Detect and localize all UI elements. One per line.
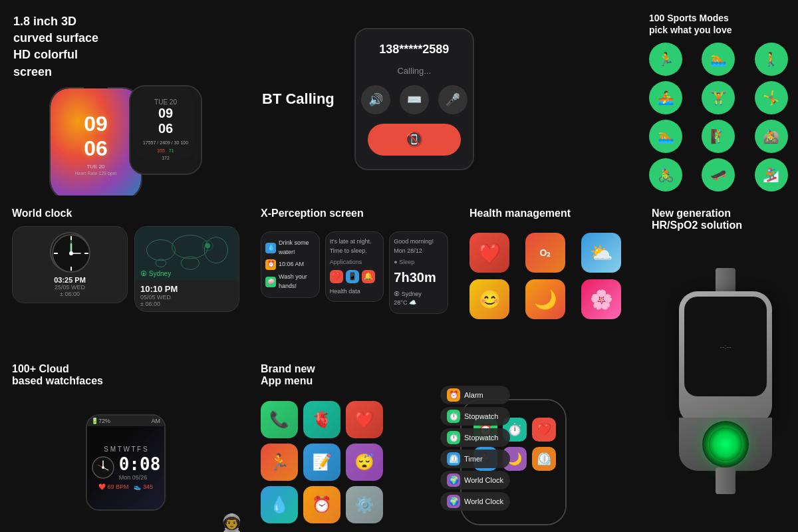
band-top (716, 268, 735, 295)
health-management-cell: Health management ❤️ O₂ ⛅ 😊 🌙 🌸 (460, 198, 640, 351)
time-large: 0:08 (119, 454, 161, 474)
worldclock-label2: World Clock (464, 497, 503, 505)
sport-gymnastics-icon: 🤸 (755, 81, 788, 114)
band-bottom (716, 467, 735, 494)
sensor-area (679, 418, 772, 471)
menu-timer: ⏲️ Timer (440, 450, 510, 468)
run-app-icon[interactable]: 🏃 (261, 444, 298, 481)
world-clock-utc2: ± 06:00 (140, 301, 233, 307)
hr-watch-image: --:-- (652, 238, 798, 531)
watchface-watch: 🔋72% AM S M T W T F S (86, 414, 166, 511)
xperception-cell: X-Perception screen 💧 Drink somewater! ⏰… (251, 198, 458, 351)
time-notification: 10:06 AM (279, 260, 304, 269)
hr-spo2-cell: New generation HR/SpO2 solution --:-- (642, 198, 798, 532)
steps-display: 👟 345 (134, 483, 153, 490)
digital-world-watch: ⦿ Sydney 10:10 PM 05/05 WED ± 06:00 (134, 226, 239, 312)
xperception-screen1: 💧 Drink somewater! ⏰ 10:06 AM 🧼 Wash you… (261, 231, 320, 298)
sport-swim2-icon: 🏊 (649, 120, 682, 153)
app-icon-3: 🔔 (362, 270, 375, 283)
hr-sensor-glow (709, 428, 742, 461)
period-display: AM (152, 418, 161, 424)
sleep-icon: 🌙 (525, 279, 565, 319)
bpm-display: ❤️ 69 BPM (98, 483, 129, 490)
world-clock-watches: 03:25 PM 25/05 WED ± 06:00 (12, 226, 239, 342)
timer-label: Timer (464, 455, 483, 463)
phone-app-icon[interactable]: 📞 (261, 401, 298, 438)
water-app-icon[interactable]: 💧 (261, 486, 298, 523)
wash-notification: Wash yourhands! (279, 273, 307, 291)
xperception-screen2: It's late at night.Time to sleep. Applic… (325, 231, 384, 302)
water-app-icon: 💧 (265, 243, 276, 253)
world-clock-cell: World clock (3, 198, 249, 351)
side-button2 (771, 338, 772, 351)
watchfaces-cell: 100+ Cloud based watchfaces 🔋72% AM S M … (3, 354, 249, 532)
stress-icon: 🌸 (581, 279, 621, 319)
worldclock-menu-icon2: 🌍 (447, 495, 460, 508)
app-menu-title: Brand new App menu (261, 363, 630, 387)
stopwatch-label2: Stopwatch (464, 434, 498, 442)
watchfaces-title: 100+ Cloud based watchfaces (12, 363, 239, 387)
mute-button[interactable]: 🎤 (438, 85, 467, 114)
good-morning: Good morning!Mon 28/12 (394, 237, 444, 255)
health-data-label: Health data (330, 287, 380, 297)
heart-app-icon[interactable]: ❤️ (346, 401, 383, 438)
world-clock-time1: 03:25 PM (54, 276, 86, 284)
alarm-app-icon[interactable]: ⏰ (303, 486, 340, 523)
world-clock-utc1: ± 06:00 (60, 291, 80, 297)
sports-icons-grid: 🏃 🏊 🚶 🚣 🏋️ 🤸 🏊 🧗 🚵 🚴 🛹 🏂 🤽 🤼 🧘 🤾 💪 ··· (649, 43, 798, 196)
svg-point-16 (205, 243, 210, 248)
battery-display: 🔋72% (91, 418, 110, 424)
analog-watch: 03:25 PM 25/05 WED ± 06:00 (12, 226, 128, 303)
sleep-prompt: It's late at night.Time to sleep. (330, 237, 380, 255)
phone-number: 138*****2589 (379, 43, 449, 57)
xperception-screen3: Good morning!Mon 28/12 ● Sleep 7h30m ⦿ S… (389, 231, 448, 314)
timer-menu-icon: ⏲️ (447, 452, 460, 466)
screen-feature-cell: 1.8 inch 3D curved surface HD colorful s… (3, 3, 249, 196)
menu-stopwatch: ⏱️ Stopwatch (440, 407, 510, 426)
sleep-label: ● Sleep (394, 258, 444, 267)
date-small: Mon 05/26 (119, 474, 161, 481)
app-icon-1: ❤️ (330, 270, 343, 283)
analog-clock-face (50, 232, 90, 272)
sensor-housing (702, 421, 749, 467)
applications-label: Applications (330, 258, 380, 267)
world-clock-date1: 25/05 WED (55, 284, 85, 291)
heart-rate-icon: ❤️ (469, 233, 509, 273)
sleep-app-icon[interactable]: 😴 (346, 444, 383, 481)
sport-gym-icon: 🏋️ (702, 81, 735, 114)
stopwatch-menu-icon: ⏱️ (447, 410, 460, 423)
week-display: S M T W T F S (104, 446, 147, 453)
watchface-main-display: S M T W T F S 0:08 Mon 05/26 (87, 426, 164, 509)
health-stats: ❤️ 69 BPM 👟 345 (98, 483, 153, 490)
speaker-button[interactable]: 🔊 (361, 85, 390, 114)
sport-hike-icon: 🚵 (755, 120, 788, 153)
hr-watch-screen: --:-- (684, 297, 767, 396)
hr-spo2-title: New generation HR/SpO2 solution (652, 207, 798, 231)
hr-time: --:-- (720, 342, 732, 350)
health-app-icon[interactable]: 🫀 (303, 401, 340, 438)
screen-feature-label: 1.8 inch 3D curved surface HD colorful s… (13, 13, 238, 80)
worldclock-label: World Clock (464, 476, 503, 484)
sport-swim-icon: 🏊 (702, 43, 735, 76)
end-call-button[interactable]: 📵 (368, 124, 461, 156)
dual-display: 0:08 Mon 05/26 (91, 454, 161, 481)
notes-app-icon[interactable]: 📝 (303, 444, 340, 481)
watch-icon-3: ❤️ (532, 418, 556, 442)
bt-calling-label: BT Calling (262, 90, 334, 108)
main-grid: 1.8 inch 3D curved surface HD colorful s… (0, 0, 798, 532)
sports-modes-cell: 100 Sports Modes pick what you love 🏃 🏊 … (642, 3, 798, 196)
sport-bike-icon: 🚴 (649, 158, 682, 192)
watch-images: 0906 TUE 20 Heart Rate 129 bpm T (13, 80, 238, 196)
digital-clock-info: 10:10 PM 05/05 WED ± 06:00 (135, 280, 239, 311)
notification-row2: ⏰ 10:06 AM (265, 258, 315, 271)
worldclock-menu-icon: 🌍 (447, 473, 460, 487)
phone-screen: 138*****2589 Calling... 🔊 ⌨️ 🎤 📵 (354, 28, 474, 170)
settings-app-icon[interactable]: ⚙️ (346, 486, 383, 523)
sport-skate-icon: 🛹 (702, 158, 735, 192)
sports-modes-title: 100 Sports Modes pick what you love (649, 12, 798, 36)
sport-walk-icon: 🚶 (755, 43, 788, 76)
keypad-button[interactable]: ⌨️ (400, 85, 429, 114)
world-map-display: ⦿ Sydney (135, 227, 239, 280)
hr-watch-body-main: --:-- (679, 291, 772, 424)
world-clock-time2: 10:10 PM (140, 284, 233, 294)
